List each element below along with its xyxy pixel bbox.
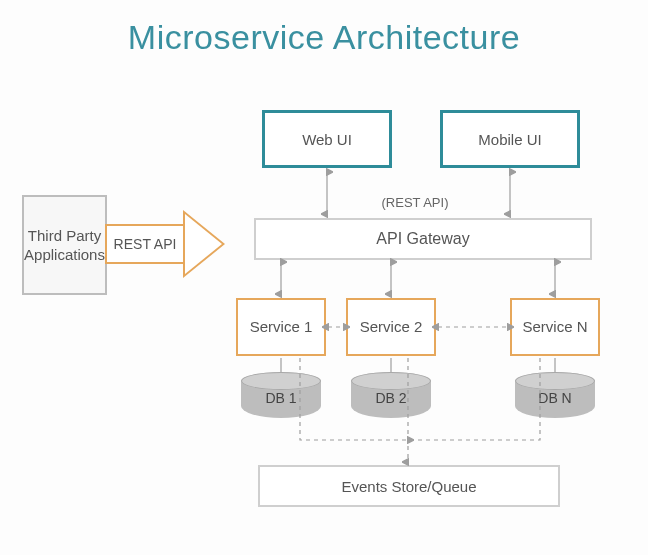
- api-gateway-box: API Gateway: [254, 218, 592, 260]
- service-2-box: Service 2: [346, 298, 436, 356]
- db-n-label: DB N: [515, 390, 595, 406]
- db-1-label: DB 1: [241, 390, 321, 406]
- events-queue-box: Events Store/Queue: [258, 465, 560, 507]
- mobile-ui-box: Mobile UI: [440, 110, 580, 168]
- rest-api-label: (REST API): [370, 195, 460, 210]
- service-n-box: Service N: [510, 298, 600, 356]
- db-2-label: DB 2: [351, 390, 431, 406]
- third-party-box: Third Party Applications: [22, 195, 107, 295]
- service-1-box: Service 1: [236, 298, 326, 356]
- diagram-title: Microservice Architecture: [0, 18, 648, 57]
- db-1: DB 1: [241, 372, 321, 418]
- web-ui-box: Web UI: [262, 110, 392, 168]
- db-2: DB 2: [351, 372, 431, 418]
- rest-api-arrow: REST API: [105, 210, 225, 278]
- db-n: DB N: [515, 372, 595, 418]
- rest-api-arrow-label: REST API: [105, 224, 183, 264]
